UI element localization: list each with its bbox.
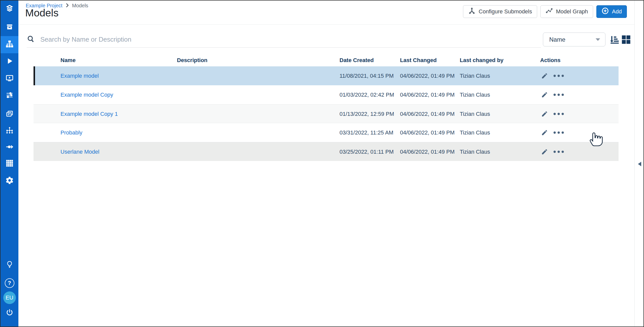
edit-pencil-icon[interactable]	[541, 129, 548, 136]
row-actions	[541, 104, 564, 123]
model-graph-label: Model Graph	[556, 8, 588, 15]
table-row[interactable]: Example model11/08/2021, 04:15 PM04/06/2…	[34, 66, 619, 85]
date-created: 03/31/2022, 11:25 AM	[340, 123, 393, 142]
search-input[interactable]	[40, 35, 419, 44]
search-bar	[27, 31, 541, 48]
last-changed: 04/06/2022, 01:49 PM	[400, 85, 455, 104]
sidebar: ? EU	[1, 1, 18, 326]
configure-submodels-label: Configure Submodels	[479, 8, 532, 15]
sidebar-item-logout[interactable]	[1, 304, 18, 321]
edit-pencil-icon[interactable]	[541, 72, 548, 79]
power-icon	[6, 308, 14, 317]
breadcrumb-chevron-icon	[66, 3, 69, 9]
table-header: Name Description Date Created Last Chang…	[34, 54, 619, 66]
last-changed-by: Tizian Claus	[460, 123, 490, 142]
edit-pencil-icon[interactable]	[541, 91, 548, 98]
model-graph-icon	[545, 7, 553, 16]
model-name-link[interactable]: Example model Copy	[60, 85, 113, 104]
avatar: EU	[3, 291, 16, 304]
lightbulb-icon	[6, 260, 14, 269]
table-row[interactable]: Probably03/31/2022, 11:25 AM04/06/2022, …	[34, 123, 619, 142]
last-changed-by: Tizian Claus	[460, 104, 490, 123]
column-header-name[interactable]: Name	[60, 54, 76, 66]
sidebar-item-flow[interactable]	[1, 139, 18, 156]
model-name-link[interactable]: Userlane Model	[60, 142, 99, 161]
sort-amount-icon	[609, 34, 620, 45]
column-header-last-changed-by[interactable]: Last changed by	[460, 54, 504, 66]
sidebar-avatar[interactable]: EU	[1, 289, 18, 306]
org-chart-icon	[5, 40, 14, 49]
plus-circle-icon	[601, 7, 609, 16]
edit-pencil-icon[interactable]	[541, 111, 548, 117]
model-name-link[interactable]: Example model	[60, 66, 99, 85]
date-created: 01/03/2022, 02:42 PM	[340, 85, 394, 104]
toolbar: Configure Submodels Model Graph Add	[463, 5, 627, 18]
add-button[interactable]: Add	[596, 5, 627, 18]
column-header-last-changed[interactable]: Last Changed	[400, 54, 437, 66]
sidebar-logo[interactable]	[1, 1, 18, 18]
sidebar-item-sliders[interactable]	[1, 87, 18, 104]
video-player-icon	[6, 74, 14, 83]
help-icon: ?	[5, 278, 14, 288]
app-window: ? EU Example Project Models Models	[0, 0, 644, 327]
sidebar-item-graph[interactable]	[1, 122, 18, 140]
archive-icon	[6, 23, 14, 32]
column-header-date-created[interactable]: Date Created	[340, 54, 374, 66]
sidebar-item-archive[interactable]	[1, 19, 18, 36]
gear-icon	[5, 176, 14, 186]
right-panel-divider	[634, 1, 635, 326]
sidebar-item-data-table[interactable]	[1, 155, 18, 172]
flow-arrow-icon	[6, 143, 14, 152]
add-label: Add	[612, 8, 622, 15]
table-row[interactable]: Userlane Model03/25/2022, 01:11 PM04/06/…	[34, 142, 619, 161]
last-changed: 04/06/2022, 01:49 PM	[400, 142, 455, 161]
sidebar-item-settings[interactable]	[1, 172, 18, 189]
configure-submodels-button[interactable]: Configure Submodels	[463, 5, 537, 18]
play-icon	[6, 57, 14, 66]
grid-view-icon	[621, 35, 631, 45]
date-created: 11/08/2021, 04:15 PM	[340, 66, 394, 85]
panel-collapse-arrow[interactable]	[638, 162, 641, 166]
sort-order-button[interactable]	[609, 34, 620, 45]
pages-icon	[6, 110, 14, 119]
breadcrumb-current: Models	[72, 3, 88, 9]
layers-logo-icon	[5, 5, 14, 14]
sort-dropdown-value: Name	[549, 36, 565, 43]
sidebar-item-run[interactable]	[1, 53, 18, 70]
table-body: Example model11/08/2021, 04:15 PM04/06/2…	[34, 66, 619, 161]
more-actions-icon[interactable]	[554, 94, 564, 96]
model-graph-button[interactable]: Model Graph	[540, 5, 593, 18]
sidebar-item-pages[interactable]	[1, 106, 18, 123]
help-glyph: ?	[8, 280, 11, 286]
header-divider	[18, 24, 634, 25]
last-changed-by: Tizian Claus	[460, 142, 490, 161]
sidebar-item-tips[interactable]	[1, 256, 18, 274]
more-actions-icon[interactable]	[554, 131, 564, 134]
row-actions	[541, 66, 564, 85]
table-row[interactable]: Example model Copy 101/13/2022, 12:59 PM…	[34, 104, 619, 123]
table-grid-icon	[6, 159, 14, 168]
last-changed: 04/06/2022, 01:49 PM	[400, 66, 455, 85]
search-icon	[27, 35, 35, 44]
sort-dropdown[interactable]: Name	[543, 33, 605, 46]
date-created: 01/13/2022, 12:59 PM	[340, 104, 394, 123]
grid-view-button[interactable]	[621, 35, 631, 45]
more-actions-icon[interactable]	[554, 75, 564, 77]
page-title: Models	[25, 7, 58, 19]
sliders-icon	[6, 91, 14, 100]
edit-pencil-icon[interactable]	[541, 148, 548, 155]
date-created: 03/25/2022, 01:11 PM	[340, 142, 394, 161]
model-name-link[interactable]: Example model Copy 1	[60, 104, 118, 123]
column-header-description[interactable]: Description	[177, 54, 207, 66]
row-actions	[541, 142, 564, 161]
more-actions-icon[interactable]	[554, 151, 564, 153]
last-changed-by: Tizian Claus	[460, 85, 490, 104]
last-changed: 04/06/2022, 01:49 PM	[400, 123, 455, 142]
submodels-icon	[468, 7, 476, 16]
table-row[interactable]: Example model Copy01/03/2022, 02:42 PM04…	[34, 85, 619, 104]
sidebar-item-player[interactable]	[1, 70, 18, 87]
model-name-link[interactable]: Probably	[60, 123, 82, 142]
row-actions	[541, 123, 564, 142]
more-actions-icon[interactable]	[554, 113, 564, 115]
sidebar-item-models[interactable]	[1, 36, 18, 53]
